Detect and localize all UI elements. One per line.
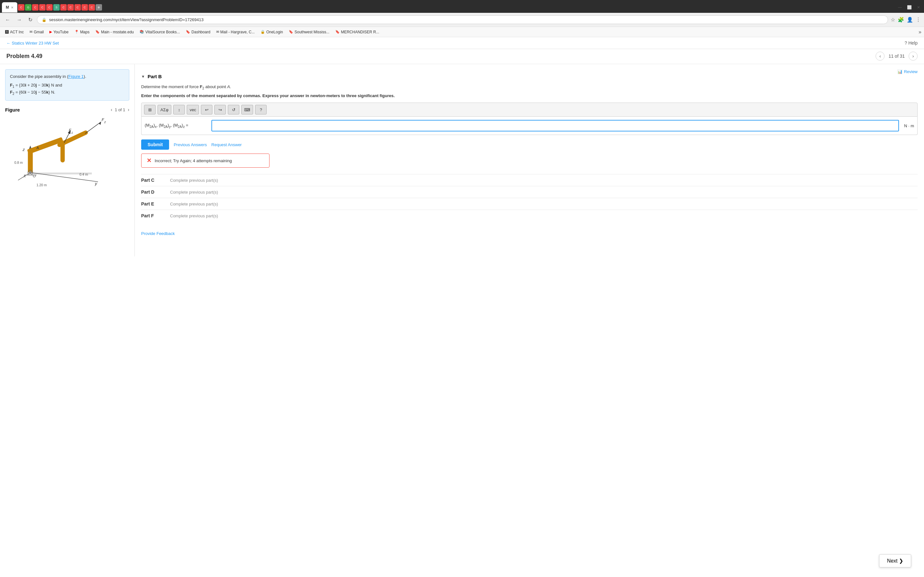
address-bar[interactable]: 🔒 session.masterinengineering.com/myct/i… bbox=[37, 15, 888, 24]
refresh-button[interactable]: ↻ bbox=[26, 15, 34, 24]
bookmark-act-inc[interactable]: 🅰 ACT Inc bbox=[3, 29, 26, 35]
feedback-section: Provide Feedback bbox=[141, 227, 918, 237]
tab-icon[interactable]: C bbox=[81, 4, 88, 11]
forward-button[interactable]: → bbox=[15, 16, 24, 24]
bookmark-mail[interactable]: ✉ Mail - Hargrave, C... bbox=[214, 29, 257, 35]
previous-answers-link[interactable]: Previous Answers bbox=[174, 142, 207, 147]
minimize-btn[interactable]: — bbox=[896, 4, 904, 11]
toolbar-btn-arrows[interactable]: ↕ bbox=[173, 105, 185, 114]
next-figure-btn[interactable]: › bbox=[128, 107, 129, 112]
toolbar-btn-keyboard[interactable]: ⌨ bbox=[241, 105, 253, 114]
bookmark-label: Maps bbox=[80, 30, 89, 34]
svg-text:O: O bbox=[33, 174, 36, 178]
part-c-label: Part C bbox=[141, 177, 167, 183]
mail-icon: ✉ bbox=[216, 30, 219, 34]
star-icon[interactable]: ☆ bbox=[891, 17, 895, 23]
desc-line1: Consider the pipe assembly in (Figure 1)… bbox=[10, 73, 124, 80]
main-content: Consider the pipe assembly in (Figure 1)… bbox=[0, 64, 924, 256]
bookmarks-bar: 🅰 ACT Inc ✉ Gmail ▶ YouTube 📍 Maps 🔖 Mai… bbox=[0, 27, 924, 37]
tab-icon[interactable]: G bbox=[25, 4, 31, 11]
left-panel: Consider the pipe assembly in (Figure 1)… bbox=[0, 64, 135, 256]
extensions-icon[interactable]: 🧩 bbox=[898, 17, 904, 23]
tab-icon[interactable]: C bbox=[46, 4, 53, 11]
tab-icon[interactable]: C bbox=[89, 4, 95, 11]
review-link[interactable]: 📊 Review bbox=[897, 69, 918, 74]
problem-count: 11 of 31 bbox=[888, 53, 905, 59]
math-input-container: ⊞ ΑΣφ ↕ vec ↩ ↪ ↺ ⌨ ? bbox=[141, 103, 918, 135]
close-browser-btn[interactable]: ✕ bbox=[915, 4, 922, 11]
part-c-row: Part C Complete previous part(s) bbox=[141, 174, 918, 186]
part-b-header[interactable]: ▼ Part B bbox=[141, 72, 897, 81]
tab-icon[interactable]: C bbox=[18, 4, 24, 11]
bookmark-msstate[interactable]: 🔖 Main - msstate.edu bbox=[93, 29, 136, 35]
bookmark-label: YouTube bbox=[53, 30, 68, 34]
maximize-btn[interactable]: ⬜ bbox=[905, 4, 914, 11]
request-answer-link[interactable]: Request Answer bbox=[212, 142, 242, 147]
lock-icon: 🔒 bbox=[260, 30, 265, 34]
tab-icon[interactable]: C bbox=[32, 4, 39, 11]
toolbar-btn-symbols[interactable]: ΑΣφ bbox=[158, 105, 171, 114]
help-button[interactable]: ? Help bbox=[905, 40, 918, 45]
maps-icon: 📍 bbox=[74, 30, 79, 34]
youtube-icon: ▶ bbox=[49, 30, 52, 34]
math-label: (M2A)x, (M2A)y, (M2A)z = bbox=[145, 123, 209, 129]
bookmark-dashboard[interactable]: 🔖 Dashboard bbox=[183, 29, 213, 35]
bookmark-label: OneLogin bbox=[266, 30, 283, 34]
more-bookmarks-btn[interactable]: » bbox=[919, 29, 921, 35]
prev-problem-btn[interactable]: ‹ bbox=[876, 52, 885, 61]
submit-button[interactable]: Submit bbox=[141, 139, 169, 150]
active-tab[interactable]: M ✕ bbox=[2, 2, 17, 13]
figure-link[interactable]: Figure 1 bbox=[68, 74, 84, 79]
figure-section: Figure ‹ 1 of 1 › z x y bbox=[5, 107, 129, 193]
svg-text:z: z bbox=[23, 147, 25, 152]
bookmark-gmail[interactable]: ✉ Gmail bbox=[27, 29, 46, 35]
tab-icon[interactable]: C bbox=[67, 4, 74, 11]
bookmark-southwest[interactable]: 🔖 Southwest Mississ... bbox=[286, 29, 332, 35]
bookmark-icon: 🔖 bbox=[95, 30, 100, 34]
answer-input[interactable] bbox=[212, 120, 899, 131]
bookmark-maps[interactable]: 📍 Maps bbox=[72, 29, 92, 35]
error-box: ✕ Incorrect; Try Again; 4 attempts remai… bbox=[141, 153, 270, 168]
prev-figure-btn[interactable]: ‹ bbox=[111, 107, 112, 112]
bookmark-icon: 📚 bbox=[140, 30, 144, 34]
toolbar-btn-grid[interactable]: ⊞ bbox=[144, 105, 156, 114]
tab-icon[interactable]: S bbox=[53, 4, 60, 11]
bookmark-label: Southwest Mississ... bbox=[294, 30, 330, 34]
problem-title: Problem 4.49 bbox=[6, 53, 42, 60]
tab-icon[interactable]: C bbox=[74, 4, 81, 11]
part-d-label: Part D bbox=[141, 189, 167, 195]
close-tab-btn[interactable]: ✕ bbox=[11, 6, 13, 9]
figure-svg: z x y bbox=[5, 116, 129, 189]
bookmark-vitalsource[interactable]: 📚 VitalSource Books... bbox=[137, 29, 183, 35]
next-button[interactable]: Next ❯ bbox=[879, 554, 911, 567]
bookmark-label: MERCHANDISER R... bbox=[341, 30, 379, 34]
bookmark-icon: ✉ bbox=[29, 30, 32, 34]
part-b-content: Determine the moment of force F2 about p… bbox=[141, 84, 918, 168]
bookmark-icon: 🔖 bbox=[289, 30, 293, 34]
breadcrumb[interactable]: ← Statics Winter 23 HW Set bbox=[6, 41, 59, 45]
next-problem-btn[interactable]: › bbox=[909, 52, 918, 61]
figure-title: Figure bbox=[5, 107, 20, 113]
tab-icon[interactable]: C bbox=[60, 4, 67, 11]
bookmark-label: ACT Inc bbox=[10, 30, 24, 34]
toolbar-btn-undo[interactable]: ↩ bbox=[201, 105, 212, 114]
back-button[interactable]: ← bbox=[3, 16, 12, 24]
problem-description: Consider the pipe assembly in (Figure 1)… bbox=[5, 69, 129, 101]
tab-icon[interactable]: C bbox=[39, 4, 45, 11]
unit-label: N · m bbox=[904, 123, 914, 128]
toolbar-btn-redo[interactable]: ↪ bbox=[214, 105, 226, 114]
bookmark-label: Main - msstate.edu bbox=[101, 30, 134, 34]
profile-icon[interactable]: 👤 bbox=[907, 17, 913, 23]
desc-line3: F2 = {60i − 10j − 55k} N. bbox=[10, 89, 124, 97]
bookmark-merchandiser[interactable]: 🔖 MERCHANDISER R... bbox=[333, 29, 382, 35]
feedback-link[interactable]: Provide Feedback bbox=[141, 227, 175, 237]
bookmark-onelogin[interactable]: 🔒 OneLogin bbox=[258, 29, 286, 35]
menu-icon[interactable]: ⋮ bbox=[916, 17, 921, 23]
bookmark-youtube[interactable]: ▶ YouTube bbox=[47, 29, 71, 35]
toolbar-btn-vec[interactable]: vec bbox=[187, 105, 199, 114]
figure-count: 1 of 1 bbox=[115, 107, 126, 112]
next-label: Next ❯ bbox=[887, 558, 903, 564]
toolbar-btn-reset[interactable]: ↺ bbox=[228, 105, 239, 114]
tab-icon[interactable]: ⊕ bbox=[95, 4, 102, 11]
toolbar-btn-help[interactable]: ? bbox=[255, 105, 267, 114]
